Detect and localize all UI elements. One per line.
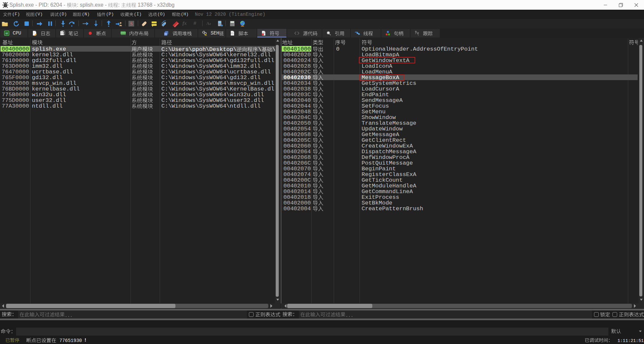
svg-text:S: S	[130, 21, 133, 26]
svg-text:32: 32	[5, 32, 8, 35]
